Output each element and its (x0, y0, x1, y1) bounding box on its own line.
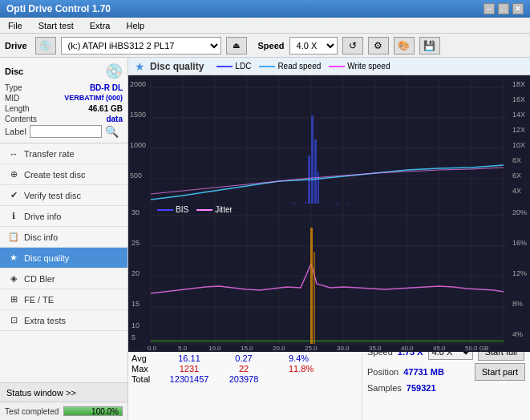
minimize-btn[interactable]: ─ (483, 3, 495, 14)
legend-bis: BIS (157, 205, 188, 214)
nav-disc-quality[interactable]: ★ Disc quality (0, 248, 127, 269)
create-test-icon: ⊕ (8, 169, 19, 180)
disc-info-icon: 📋 (8, 232, 19, 243)
svg-rect-195 (314, 252, 315, 344)
disc-label-input[interactable] (30, 125, 102, 138)
fe-te-icon: ⊞ (8, 294, 19, 305)
disc-label-btn[interactable]: 🔍 (105, 125, 119, 138)
svg-text:30: 30 (131, 208, 140, 216)
nav-fe-te-label: FE / TE (24, 295, 54, 305)
total-label: Total (131, 374, 160, 384)
nav-create-test-label: Create test disc (24, 170, 85, 180)
status-window-btn[interactable]: Status window >> (0, 383, 127, 402)
stats-table: LDC BIS Jitter Avg 16.11 0.27 (128, 340, 362, 420)
chart-area: ★ Disc quality LDC Read speed Write spee… (128, 58, 530, 420)
menu-extra[interactable]: Extra (85, 19, 115, 32)
nav-create-test-disc[interactable]: ⊕ Create test disc (0, 164, 127, 185)
position-row: Position 47731 MB Start part (367, 363, 525, 381)
disc-quality-icon: ★ (8, 252, 19, 264)
cd-bler-icon: ◈ (8, 273, 19, 285)
status-bar: Test completed 100.0% (0, 402, 127, 420)
svg-text:5.0: 5.0 (178, 345, 188, 352)
svg-text:25.0: 25.0 (305, 345, 318, 352)
upper-legend: LDC Read speed Write speed (216, 62, 390, 71)
nav-drive-info[interactable]: ℹ Drive info (0, 206, 127, 227)
chart-title-icon: ★ (135, 60, 145, 73)
legend-ldc-label: LDC (235, 62, 251, 71)
total-bis: 203978 (218, 374, 269, 384)
legend-ldc-color (216, 66, 233, 67)
refresh-btn[interactable]: ↺ (342, 37, 363, 55)
drive-select[interactable]: (k:) ATAPI iHBS312 2 PL17 (61, 37, 221, 55)
svg-text:4X: 4X (512, 187, 521, 195)
start-part-btn[interactable]: Start part (475, 363, 525, 381)
legend-write-speed: Write speed (329, 62, 390, 71)
svg-text:10X: 10X (512, 141, 525, 149)
sidebar-nav: ↔ Transfer rate ⊕ Create test disc ✔ Ver… (0, 143, 127, 382)
legend-read-speed-label: Read speed (277, 62, 321, 71)
app-title: Opti Drive Control 1.70 (6, 3, 111, 14)
nav-verify-test-disc[interactable]: ✔ Verify test disc (0, 185, 127, 206)
menu-start-test[interactable]: Start test (34, 19, 79, 32)
extra-tests-icon: ⊡ (8, 315, 19, 326)
stats-right-panel: Speed 1.73 X 4.0 X Start full Position 4… (362, 340, 530, 420)
svg-text:20: 20 (131, 269, 140, 277)
legend-bis-label: BIS (176, 205, 188, 214)
close-btn[interactable]: ✕ (512, 3, 524, 14)
disc-icon: 💿 (105, 63, 123, 80)
max-label: Max (131, 364, 160, 374)
svg-rect-84 (308, 155, 310, 208)
svg-text:50.0 GB: 50.0 GB (465, 345, 488, 352)
nav-disc-info[interactable]: 📋 Disc info (0, 227, 127, 248)
disc-section-label: Disc (5, 67, 23, 76)
type-value: BD-R DL (90, 83, 123, 92)
svg-rect-153 (128, 204, 530, 352)
mid-value: VERBATIMf (000) (64, 94, 123, 103)
length-value: 46.61 GB (88, 104, 123, 113)
max-ldc: 1231 (160, 364, 218, 374)
nav-transfer-rate[interactable]: ↔ Transfer rate (0, 143, 127, 164)
nav-cd-bler[interactable]: ◈ CD Bler (0, 269, 127, 289)
samples-label: Samples (367, 383, 402, 393)
svg-text:4%: 4% (512, 330, 523, 338)
type-label: Type (5, 83, 22, 92)
nav-fe-te[interactable]: ⊞ FE / TE (0, 289, 127, 310)
svg-text:15.0: 15.0 (241, 345, 253, 352)
legend-jitter-color (196, 209, 212, 211)
status-section: Status window >> Test completed 100.0% (0, 382, 127, 420)
nav-disc-quality-label: Disc quality (24, 253, 69, 263)
nav-extra-tests[interactable]: ⊡ Extra tests (0, 310, 127, 331)
speed-label: Speed (258, 41, 285, 50)
legend-bis-color (157, 209, 173, 211)
svg-rect-87 (318, 172, 319, 208)
menu-bar: File Start test Extra Help (0, 18, 530, 34)
svg-text:500: 500 (130, 172, 142, 180)
svg-text:12%: 12% (512, 269, 527, 277)
chart-header: ★ Disc quality LDC Read speed Write spee… (128, 58, 530, 75)
avg-bis: 0.27 (218, 353, 269, 363)
legend-read-speed: Read speed (259, 62, 321, 71)
upper-chart: 2000 1500 1000 500 0 18X 16X 14X 12X 10X… (128, 75, 530, 204)
nav-extra-tests-label: Extra tests (24, 316, 66, 325)
menu-file[interactable]: File (3, 19, 27, 32)
legend-write-speed-label: Write speed (347, 62, 390, 71)
svg-text:18X: 18X (512, 80, 525, 88)
svg-text:16%: 16% (512, 239, 527, 247)
title-bar-controls: ─ □ ✕ (483, 3, 524, 14)
svg-text:1500: 1500 (130, 111, 146, 119)
drive-info-icon: ℹ (8, 211, 19, 222)
lower-legend: BIS Jitter (157, 205, 233, 214)
eject-btn[interactable]: ⏏ (226, 37, 247, 55)
settings-btn[interactable]: ⚙ (368, 37, 389, 55)
speed-select[interactable]: 4.0 X (289, 37, 338, 55)
legend-ldc: LDC (216, 62, 251, 71)
maximize-btn[interactable]: □ (498, 3, 509, 14)
svg-rect-194 (310, 228, 313, 344)
svg-rect-85 (311, 115, 314, 208)
color-btn[interactable]: 🎨 (394, 37, 415, 55)
save-btn[interactable]: 💾 (419, 37, 440, 55)
svg-text:25: 25 (131, 239, 140, 247)
svg-text:10.0: 10.0 (208, 345, 221, 352)
samples-val: 759321 (407, 383, 436, 393)
menu-help[interactable]: Help (121, 19, 149, 32)
